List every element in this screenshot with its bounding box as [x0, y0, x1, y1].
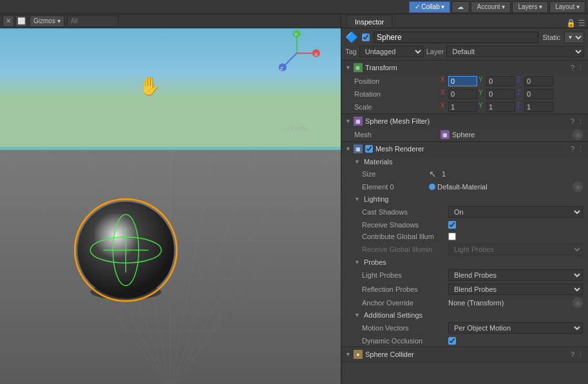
mesh-icon: ▦ — [441, 130, 450, 139]
rot-y-label: Y — [479, 89, 485, 99]
additional-arrow[interactable]: ▼ — [354, 312, 360, 318]
transform-component: ▼ ⊞ Transform ? ⋮ Position X Y — [341, 61, 588, 114]
sphere-collider-help-btn[interactable]: ? — [571, 350, 574, 358]
tag-label: Tag — [345, 48, 357, 55]
transform-icon: ⊞ — [354, 63, 363, 72]
anchor-override-select-btn[interactable]: ◎ — [573, 298, 583, 308]
cloud-button[interactable]: ☁ — [451, 1, 469, 13]
receive-gi-row: Receive Global Illumin Light Probes — [341, 242, 588, 256]
account-button[interactable]: Account ▾ — [471, 1, 511, 13]
scene-view[interactable]: ✋ ◁ Persp X Y Z — [0, 28, 341, 384]
tag-dropdown[interactable]: Untagged — [359, 46, 424, 57]
reflection-probes-label: Reflection Probes — [362, 285, 446, 293]
mesh-renderer-enabled[interactable] — [365, 145, 373, 153]
element0-dot — [429, 184, 435, 190]
mesh-filter-title: Sphere (Mesh Filter) — [365, 117, 568, 125]
layer-dropdown[interactable]: Default — [446, 46, 584, 57]
mesh-select-btn[interactable]: ◎ — [573, 130, 583, 140]
object-enabled-checkbox[interactable] — [362, 34, 370, 41]
mesh-renderer-header[interactable]: ▼ ▦ Mesh Renderer ? ⋮ — [341, 142, 588, 156]
dynamic-occlusion-row: Dynamic Occlusion — [341, 335, 588, 347]
materials-size-row: Size ↖ 1 — [341, 168, 588, 180]
inspector-scroll[interactable]: ▼ ⊞ Transform ? ⋮ Position X Y — [341, 61, 588, 384]
inspector-panel: Inspector 🔒 ☰ 🔷 Static ▾ Tag Untagg — [341, 14, 588, 384]
receive-shadows-checkbox[interactable] — [448, 221, 456, 229]
pos-y-input[interactable] — [486, 76, 515, 86]
cast-shadows-dropdown[interactable]: On — [448, 206, 583, 218]
pos-z-label: Z — [517, 76, 523, 86]
sphere-collider-title: Sphere Collider — [365, 350, 568, 358]
anchor-override-row: Anchor Override None (Transform) ◎ — [341, 296, 588, 309]
mesh-renderer-menu-btn[interactable]: ⋮ — [577, 145, 584, 153]
pos-x-input[interactable] — [448, 76, 477, 86]
view-mode-icon[interactable]: ⬜ — [15, 15, 27, 27]
sphere-collider-icon: ● — [354, 350, 363, 359]
cursor-icon: ↖ — [429, 169, 437, 179]
layer-label: Layer — [426, 48, 444, 55]
receive-gi-dropdown[interactable]: Light Probes — [448, 244, 583, 255]
mesh-filter-menu-btn[interactable]: ⋮ — [577, 117, 584, 126]
gizmos-button[interactable]: Gizmos ▾ — [30, 15, 64, 27]
dynamic-occlusion-label: Dynamic Occlusion — [362, 337, 446, 345]
sphere-collider-menu-btn[interactable]: ⋮ — [577, 350, 584, 359]
element0-row: Element 0 Default-Material ◎ — [341, 180, 588, 193]
svg-text:Y: Y — [294, 31, 298, 37]
lighting-section-row: ▼ Lighting — [341, 193, 588, 205]
inspector-tab[interactable]: Inspector — [346, 15, 392, 28]
scl-x-input[interactable] — [448, 102, 477, 112]
object-3d-icon: 🔷 — [345, 31, 358, 43]
reflection-probes-row: Reflection Probes Blend Probes — [341, 282, 588, 296]
main-area: ✕ ⬜ Gizmos ▾ — [0, 14, 588, 384]
materials-arrow[interactable]: ▼ — [354, 158, 360, 165]
scene-search-input[interactable] — [67, 15, 119, 27]
layers-button[interactable]: Layers ▾ — [512, 1, 548, 13]
sphere-collider-arrow: ▼ — [345, 351, 351, 358]
object-name-input[interactable] — [374, 32, 538, 43]
transform-help-btn[interactable]: ? — [571, 64, 574, 72]
menu-icon[interactable]: ☰ — [578, 19, 585, 28]
element0-label: Element 0 — [362, 183, 426, 191]
position-xyz: X Y Z — [441, 76, 583, 86]
rot-x-input[interactable] — [448, 89, 477, 99]
element0-select-btn[interactable]: ◎ — [573, 182, 583, 192]
collab-button[interactable]: ✓ Collab ▾ — [409, 1, 451, 13]
contribute-gi-checkbox[interactable] — [448, 233, 456, 240]
sphere-collider-header[interactable]: ▼ ● Sphere Collider ? ⋮ — [341, 347, 588, 361]
lock-icon[interactable]: 🔒 — [566, 19, 576, 28]
static-dropdown[interactable]: ▾ — [564, 32, 584, 43]
mesh-renderer-help-btn[interactable]: ? — [571, 145, 574, 153]
receive-shadows-row: Receive Shadows — [341, 219, 588, 231]
probes-arrow[interactable]: ▼ — [354, 259, 360, 265]
rot-x-label: X — [441, 89, 447, 99]
tag-layer-row: Tag Untagged Layer Default — [345, 46, 584, 57]
transform-header[interactable]: ▼ ⊞ Transform ? ⋮ — [341, 61, 588, 75]
move-tool-icon[interactable]: ✕ — [3, 15, 14, 27]
light-probes-dropdown[interactable]: Blend Probes — [448, 269, 583, 281]
cast-shadows-row: Cast Shadows On — [341, 205, 588, 219]
anchor-override-label: Anchor Override — [362, 299, 446, 307]
static-label: Static — [542, 34, 560, 41]
mesh-filter-help-btn[interactable]: ? — [571, 117, 574, 125]
materials-section-row: ▼ Materials — [341, 156, 588, 168]
scl-y-input[interactable] — [486, 102, 515, 112]
scl-x-label: X — [441, 102, 447, 112]
mesh-renderer-component: ▼ ▦ Mesh Renderer ? ⋮ ▼ Materials Size — [341, 142, 588, 347]
pos-z-input[interactable] — [524, 76, 553, 86]
reflection-probes-dropdown[interactable]: Blend Probes — [448, 283, 583, 295]
transform-title: Transform — [365, 64, 568, 72]
scl-z-label: Z — [517, 102, 523, 112]
light-probes-row: Light Probes Blend Probes — [341, 268, 588, 282]
receive-shadows-label: Receive Shadows — [362, 221, 446, 229]
additional-settings-row: ▼ Additional Settings — [341, 309, 588, 321]
scl-z-input[interactable] — [524, 102, 553, 112]
mesh-filter-header[interactable]: ▼ ▦ Sphere (Mesh Filter) ? ⋮ — [341, 114, 588, 128]
motion-vectors-dropdown[interactable]: Per Object Motion — [448, 322, 583, 334]
transform-menu-btn[interactable]: ⋮ — [577, 64, 584, 72]
inspector-tab-label: Inspector — [355, 18, 384, 26]
dynamic-occlusion-checkbox[interactable] — [448, 337, 456, 345]
lighting-arrow[interactable]: ▼ — [354, 196, 360, 202]
rot-y-input[interactable] — [486, 89, 515, 99]
object-name-row: 🔷 Static ▾ — [345, 31, 584, 43]
layout-button[interactable]: Layout ▾ — [549, 1, 585, 13]
rot-z-input[interactable] — [524, 89, 553, 99]
